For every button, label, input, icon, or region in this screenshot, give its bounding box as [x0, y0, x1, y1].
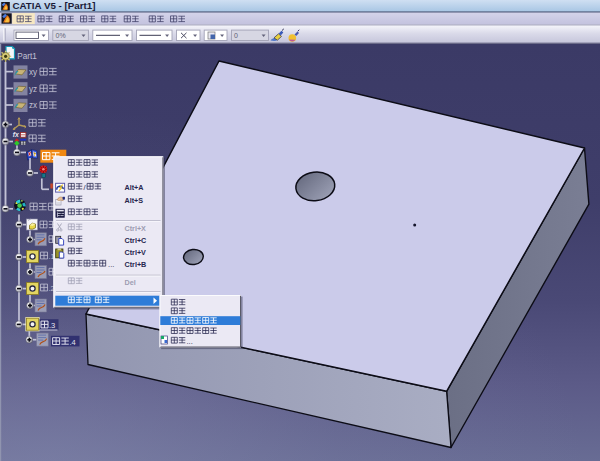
svg-text:Alt+S: Alt+S [125, 196, 144, 205]
svg-text:Ctrl+X: Ctrl+X [125, 224, 147, 233]
svg-text:Alt+A: Alt+A [125, 183, 144, 192]
svg-text:Del: Del [125, 278, 136, 287]
svg-text:CATIA V5 - [Part1]: CATIA V5 - [Part1] [13, 1, 96, 11]
svg-text:...: ... [108, 260, 114, 269]
svg-text:Ctrl+B: Ctrl+B [125, 260, 147, 269]
svg-text:.4: .4 [70, 338, 76, 347]
svg-text:0%: 0% [56, 32, 66, 39]
svg-text:zx: zx [29, 101, 37, 110]
svg-text:.3: .3 [49, 321, 55, 330]
svg-text:xy: xy [29, 68, 38, 77]
svg-text:...: ... [187, 337, 193, 346]
svg-text:yz: yz [29, 85, 37, 94]
svg-text:Ctrl+C: Ctrl+C [125, 236, 147, 245]
svg-text:Part1: Part1 [17, 52, 37, 61]
svg-text:0: 0 [234, 32, 238, 39]
svg-text:Ctrl+V: Ctrl+V [125, 248, 147, 257]
